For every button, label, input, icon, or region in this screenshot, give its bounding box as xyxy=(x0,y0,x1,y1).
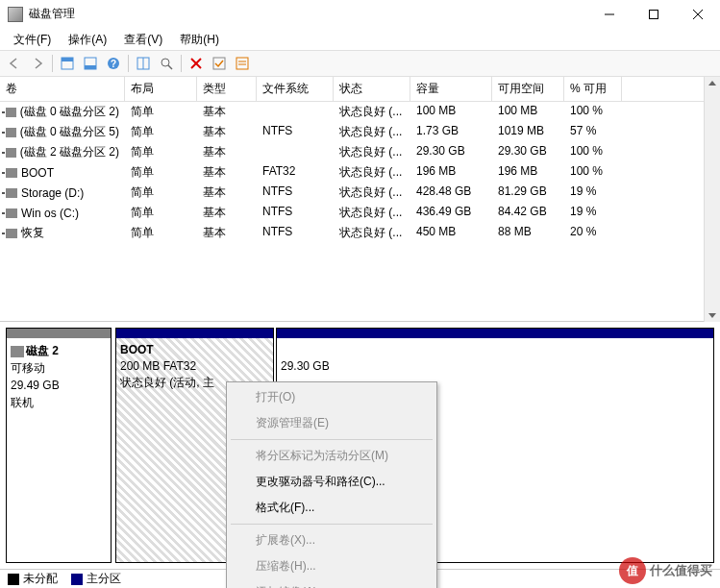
menu-file[interactable]: 文件(F) xyxy=(6,30,59,50)
volume-capacity: 436.49 GB xyxy=(410,203,492,223)
ctx-format[interactable]: 格式化(F)... xyxy=(229,495,434,521)
volume-layout: 简单 xyxy=(125,183,197,203)
forward-button[interactable] xyxy=(27,53,48,74)
volume-list[interactable]: 卷 布局 类型 文件系统 状态 容量 可用空间 % 可用 (磁盘 0 磁盘分区 … xyxy=(0,77,720,322)
volume-name: 恢复 xyxy=(21,225,44,241)
volume-row[interactable]: (磁盘 0 磁盘分区 2)简单基本状态良好 (...100 MB100 MB10… xyxy=(0,102,720,122)
volume-icon xyxy=(6,128,16,137)
volume-type: 基本 xyxy=(197,102,257,122)
disk-label: 磁盘 2 xyxy=(26,344,59,357)
ctx-open[interactable]: 打开(O) xyxy=(229,384,434,410)
ctx-extend[interactable]: 扩展卷(X)... xyxy=(229,527,434,553)
search-button[interactable] xyxy=(156,53,177,74)
volume-fs: NTFS xyxy=(257,183,334,203)
settings-button[interactable] xyxy=(133,53,154,74)
volume-row[interactable]: Storage (D:)简单基本NTFS状态良好 (...428.48 GB81… xyxy=(0,183,720,203)
disk-info-box[interactable]: 磁盘 2 可移动 29.49 GB 联机 xyxy=(6,328,112,563)
ctx-separator xyxy=(231,524,433,525)
menu-view[interactable]: 查看(V) xyxy=(116,30,170,50)
volume-row[interactable]: (磁盘 2 磁盘分区 2)简单基本状态良好 (...29.30 GB29.30 … xyxy=(0,142,720,162)
volume-free: 84.42 GB xyxy=(492,203,564,223)
volume-type: 基本 xyxy=(197,142,257,162)
back-button[interactable] xyxy=(4,53,25,74)
volume-row[interactable]: Win os (C:)简单基本NTFS状态良好 (...436.49 GB84.… xyxy=(0,203,720,223)
volume-type: 基本 xyxy=(197,162,257,183)
volume-capacity: 196 MB xyxy=(410,162,492,183)
menu-help[interactable]: 帮助(H) xyxy=(172,30,227,50)
view-top-button[interactable] xyxy=(57,53,78,74)
partition-desc: 200 MB FAT32 xyxy=(120,359,196,373)
legend-primary: 主分区 xyxy=(87,572,121,585)
volume-list-header: 卷 布局 类型 文件系统 状态 容量 可用空间 % 可用 xyxy=(0,77,720,102)
svg-line-13 xyxy=(168,65,172,69)
col-free[interactable]: 可用空间 xyxy=(492,77,564,101)
volume-status: 状态良好 (... xyxy=(334,142,410,162)
col-percent[interactable]: % 可用 xyxy=(564,77,622,101)
volume-percent: 100 % xyxy=(564,102,622,122)
menu-bar: 文件(F) 操作(A) 查看(V) 帮助(H) xyxy=(0,29,720,50)
disk-size: 29.49 GB xyxy=(11,377,107,394)
volume-capacity: 100 MB xyxy=(410,102,492,122)
svg-rect-5 xyxy=(62,58,73,61)
volume-name: Storage (D:) xyxy=(21,186,84,200)
ctx-explorer[interactable]: 资源管理器(E) xyxy=(229,410,434,436)
col-capacity[interactable]: 容量 xyxy=(410,77,492,101)
col-layout[interactable]: 布局 xyxy=(125,77,197,101)
volume-percent: 57 % xyxy=(564,122,622,142)
legend-swatch-unallocated xyxy=(8,574,19,585)
svg-rect-16 xyxy=(213,58,225,69)
volume-name: BOOT xyxy=(21,166,54,180)
minimize-button[interactable] xyxy=(587,0,632,29)
view-bottom-button[interactable] xyxy=(80,53,101,74)
volume-percent: 20 % xyxy=(564,223,622,243)
col-fs[interactable]: 文件系统 xyxy=(257,77,334,101)
disk-online: 联机 xyxy=(11,394,107,411)
close-button[interactable] xyxy=(676,0,720,29)
volume-status: 状态良好 (... xyxy=(334,102,410,122)
context-menu: 打开(O) 资源管理器(E) 将分区标记为活动分区(M) 更改驱动器号和路径(C… xyxy=(226,381,437,588)
volume-percent: 19 % xyxy=(564,203,622,223)
watermark-text: 什么值得买 xyxy=(650,562,712,579)
volume-capacity: 450 MB xyxy=(410,223,492,243)
ctx-change-drive[interactable]: 更改驱动器号和路径(C)... xyxy=(229,469,434,495)
volume-free: 81.29 GB xyxy=(492,183,564,203)
col-volume[interactable]: 卷 xyxy=(0,77,125,101)
check-button[interactable] xyxy=(209,53,230,74)
volume-icon xyxy=(6,188,17,198)
title-bar: 磁盘管理 xyxy=(0,0,720,29)
volume-name: (磁盘 0 磁盘分区 2) xyxy=(20,104,119,120)
col-status[interactable]: 状态 xyxy=(334,77,410,101)
help-button[interactable]: ? xyxy=(103,53,124,74)
volume-capacity: 29.30 GB xyxy=(410,142,492,162)
volume-name: Win os (C:) xyxy=(21,207,79,220)
toolbar-separator xyxy=(52,55,53,72)
volume-percent: 100 % xyxy=(564,162,622,183)
volume-fs: NTFS xyxy=(257,122,334,142)
volume-name: (磁盘 2 磁盘分区 2) xyxy=(20,144,119,160)
watermark-badge: 值 xyxy=(619,557,646,584)
maximize-button[interactable] xyxy=(632,0,676,29)
volume-row[interactable]: BOOT简单基本FAT32状态良好 (...196 MB196 MB100 % xyxy=(0,162,720,183)
svg-rect-17 xyxy=(236,58,248,69)
delete-button[interactable] xyxy=(186,53,207,74)
ctx-shrink[interactable]: 压缩卷(H)... xyxy=(229,553,434,579)
vertical-scrollbar[interactable] xyxy=(704,77,720,322)
ctx-add-mirror[interactable]: 添加镜像(A)... xyxy=(229,579,434,588)
volume-layout: 简单 xyxy=(125,142,197,162)
svg-text:?: ? xyxy=(111,59,116,69)
volume-capacity: 1.73 GB xyxy=(410,122,492,142)
svg-point-12 xyxy=(161,59,169,66)
ctx-mark-active[interactable]: 将分区标记为活动分区(M) xyxy=(229,443,434,469)
volume-row[interactable]: (磁盘 0 磁盘分区 5)简单基本NTFS状态良好 (...1.73 GB101… xyxy=(0,122,720,142)
svg-rect-7 xyxy=(85,65,96,69)
volume-fs xyxy=(257,102,334,122)
toolbar-separator xyxy=(128,55,129,72)
volume-row[interactable]: 恢复简单基本NTFS状态良好 (...450 MB88 MB20 % xyxy=(0,223,720,243)
app-icon xyxy=(8,7,23,22)
col-type[interactable]: 类型 xyxy=(197,77,257,101)
volume-type: 基本 xyxy=(197,122,257,142)
menu-action[interactable]: 操作(A) xyxy=(61,30,114,50)
volume-icon xyxy=(6,148,16,158)
volume-layout: 简单 xyxy=(125,162,197,183)
list-button[interactable] xyxy=(232,53,253,74)
